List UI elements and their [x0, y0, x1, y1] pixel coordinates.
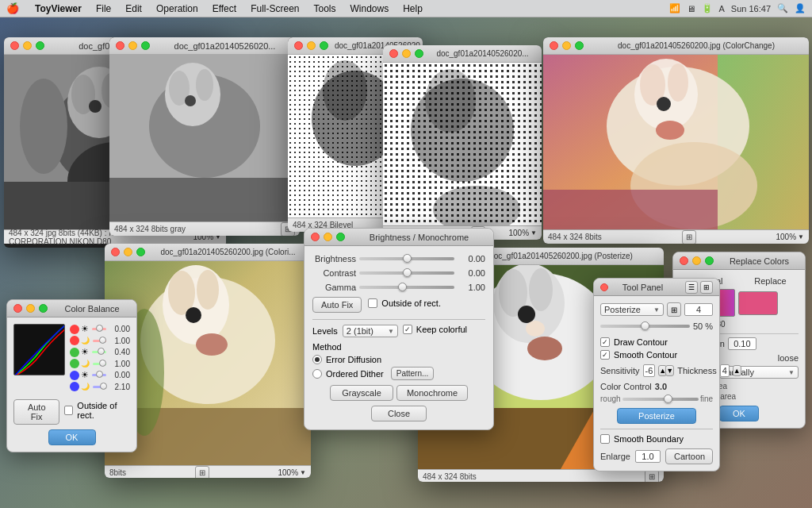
roughfine-slider[interactable] [622, 398, 699, 401]
tool-grid-icon[interactable]: ⊞ [700, 281, 713, 294]
close-btn-bright[interactable] [311, 233, 320, 241]
red-thumb-2[interactable] [99, 337, 106, 344]
traffic-lights-cc[interactable] [550, 41, 584, 50]
close-btn-bright2[interactable]: Close [371, 406, 427, 421]
apple-menu[interactable]: 🍎 [6, 2, 19, 14]
replace-swatch[interactable] [738, 291, 778, 315]
close-btn-lc[interactable] [111, 248, 120, 256]
menu-help[interactable]: Help [396, 2, 429, 16]
draw-contour-check[interactable] [600, 337, 610, 347]
menu-operation[interactable]: Operation [150, 2, 205, 16]
close-button-gray[interactable] [116, 41, 124, 50]
max-btn-lc[interactable] [136, 248, 145, 256]
brightness-thumb[interactable] [403, 254, 412, 263]
menu-effect[interactable]: Effect [206, 2, 243, 16]
menu-tools[interactable]: Tools [307, 2, 342, 16]
smooth-contour-check[interactable] [600, 350, 610, 360]
contrast-thumb[interactable] [403, 268, 412, 277]
zoom-lc[interactable]: 100% ▼ [278, 468, 307, 477]
error-diffusion-radio[interactable] [312, 355, 322, 364]
traffic-lights-gray[interactable] [116, 41, 150, 50]
tool-list-icon[interactable]: ☰ [685, 281, 698, 294]
min-btn-bright[interactable] [324, 233, 332, 241]
grayscale-btn[interactable]: Grayscale [330, 385, 393, 401]
red-slider-1[interactable] [92, 328, 106, 330]
posterize-value-input[interactable]: 4 [684, 303, 713, 316]
keep-colorful-check[interactable] [403, 325, 412, 334]
max-btn-bright[interactable] [336, 233, 345, 241]
roughfine-thumb[interactable] [664, 394, 672, 403]
max-btn-cb[interactable] [39, 304, 48, 313]
close-button[interactable] [10, 41, 19, 50]
min-btn-cb[interactable] [26, 304, 35, 313]
max-btn-bilevel2[interactable] [415, 49, 423, 58]
menu-toyviewer[interactable]: ToyViewer [29, 2, 88, 16]
zoom2[interactable]: 100% ▼ [508, 229, 537, 237]
gamma-thumb[interactable] [398, 283, 407, 291]
percent-slider[interactable] [600, 325, 690, 328]
smooth-boundary-check[interactable] [600, 434, 610, 444]
min-btn-bilevel2[interactable] [402, 49, 411, 58]
contrast-slider[interactable] [359, 271, 454, 275]
close-btn-bilevel2[interactable] [389, 49, 398, 58]
red-slider-2[interactable] [93, 340, 106, 342]
traffic-lights-bilevel2[interactable] [389, 49, 423, 58]
traffic-lights-bilevel1[interactable] [294, 41, 328, 50]
close-btn-cc[interactable] [550, 41, 558, 50]
menu-fullscreen[interactable]: Full-Screen [244, 2, 305, 16]
search-icon[interactable]: 🔍 [777, 3, 788, 13]
traffic-lights-replace[interactable] [680, 256, 714, 265]
cb-outside-check[interactable] [64, 406, 73, 415]
gamma-slider[interactable] [359, 286, 454, 289]
green-thumb-1[interactable] [98, 348, 105, 355]
blue-slider-1[interactable] [92, 374, 106, 376]
outside-rect-check[interactable] [368, 298, 377, 308]
percent-thumb[interactable] [641, 321, 649, 330]
levels-select[interactable]: 2 (1bit) ▼ [343, 325, 398, 337]
maximize-button-gray[interactable] [141, 41, 150, 50]
posterize-icon-btn[interactable]: ⊞ [667, 302, 681, 317]
red-thumb-1[interactable] [96, 325, 103, 332]
menu-file[interactable]: File [90, 2, 117, 16]
green-slider-1[interactable] [92, 351, 106, 353]
replace-ok-btn[interactable]: OK [719, 406, 759, 421]
maximize-button[interactable] [36, 41, 44, 50]
max-btn-replace[interactable] [705, 256, 714, 265]
close-btn-cb[interactable] [13, 304, 22, 313]
user-icon[interactable]: 👤 [795, 3, 806, 13]
blue-thumb-2[interactable] [100, 383, 107, 390]
close-btn-replace[interactable] [680, 256, 688, 265]
traffic-lights-main[interactable] [10, 41, 44, 50]
auto-fix-btn[interactable]: Auto Fix [312, 297, 362, 313]
brightness-slider[interactable] [359, 257, 454, 260]
menu-edit[interactable]: Edit [119, 2, 148, 16]
max-btn-bilevel1[interactable] [320, 41, 328, 50]
monochrome-btn[interactable]: Monochrome [396, 385, 468, 401]
view-icon-cc[interactable]: ⊞ [682, 230, 696, 244]
max-btn-cc[interactable] [575, 41, 584, 50]
min-btn-replace[interactable] [692, 256, 701, 265]
close-btn-bilevel1[interactable] [294, 41, 303, 50]
rtmethod-select[interactable]: radually ▼ [719, 366, 799, 379]
traffic-lights-bright[interactable] [311, 233, 345, 241]
green-thumb-2[interactable] [99, 360, 106, 367]
view-icon-lc[interactable]: ⊞ [195, 466, 209, 479]
blue-slider-2[interactable] [93, 386, 106, 388]
cb-ok-btn[interactable]: OK [48, 429, 96, 445]
sensitivity-down[interactable]: ▼ [665, 365, 674, 376]
traffic-lights-tool[interactable] [600, 283, 608, 291]
thickness-spin[interactable]: ▲ [733, 365, 741, 376]
thickness-input[interactable]: 4 [720, 364, 730, 377]
menu-windows[interactable]: Windows [344, 2, 396, 16]
posterize-select[interactable]: Posterize ▼ [600, 303, 664, 316]
min-btn-lc[interactable] [124, 248, 132, 256]
cb-autofix-btn[interactable]: Auto Fix [13, 399, 59, 425]
sensitivity-input[interactable]: -6 [643, 364, 656, 377]
traffic-lights-lc[interactable] [111, 248, 145, 256]
traffic-lights-cb[interactable] [13, 304, 48, 313]
pattern-btn[interactable]: Pattern... [391, 367, 435, 380]
minimize-button-gray[interactable] [128, 41, 137, 50]
min-btn-cc[interactable] [562, 41, 571, 50]
minimize-button[interactable] [23, 41, 32, 50]
min-btn-bilevel1[interactable] [307, 41, 316, 50]
